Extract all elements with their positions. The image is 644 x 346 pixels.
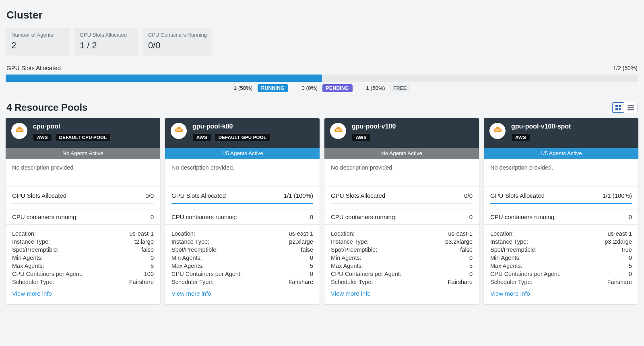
svg-text:AWS: AWS [336,129,341,131]
stat-value: 1 / 2 [80,40,133,51]
detail-key: Max Agents: [171,263,204,269]
gpu-alloc-label: GPU Slots Allocated [171,192,226,199]
detail-key: Spot/Preemptible: [331,247,377,253]
provider-badge: AWS [511,133,530,141]
detail-key: Min Agents: [12,255,43,261]
detail-key: Instance Type: [171,238,209,245]
pool-name: gpu-pool-v100 [352,123,396,130]
pool-card[interactable]: AWS gpu-pool-v100-spot AWS 1/5 Agents Ac… [484,118,638,304]
gpu-alloc-value: 0/0 [464,192,473,199]
pool-name: gpu-pool-k80 [192,123,270,130]
view-list-button[interactable] [624,102,637,113]
detail-key: Min Agents: [490,255,521,261]
cpu-running-label: CPU containers running: [331,213,396,220]
detail-value-scheduler: Fairshare [448,279,473,285]
detail-value-cpu-per-agent: 100 [144,271,154,277]
view-more-link[interactable]: View more info [331,290,371,297]
detail-value-min: 0 [469,255,473,261]
pool-description: No description provided. [490,164,632,186]
detail-key: Min Agents: [171,255,202,261]
pool-card[interactable]: AWS gpu-pool-v100 AWS No Agents Active N… [324,118,479,304]
cpu-running-value: 0 [629,213,632,220]
detail-value-instance: p3.2xlarge [445,238,473,245]
svg-text:AWS: AWS [17,129,22,131]
allocation-legend: 1 (50%) RUNNING 0 (0%) PENDING 1 (50%) F… [6,84,638,92]
provider-badge: AWS [352,133,371,141]
pool-description: No description provided. [331,164,473,186]
default-pool-badge: DEFAULT GPU POOL [215,133,270,141]
allocation-bar-fill [6,75,322,82]
detail-key: Instance Type: [12,238,50,245]
pool-details: Location:us-east-1 Instance Type:p2.xlar… [171,225,313,299]
aws-icon: AWS [11,123,27,139]
detail-key: Location: [12,230,36,237]
allocation-bar [6,75,638,82]
detail-key: Spot/Preemptible: [490,247,537,253]
pool-name: gpu-pool-v100-spot [511,123,571,130]
cpu-running-row: CPU containers running: 0 [12,209,154,224]
badges: AWSDEFAULT CPU POOL [33,133,111,141]
detail-key: Max Agents: [12,263,44,269]
gpu-alloc-block: GPU Slots Allocated 0/0 [331,186,473,209]
cpu-running-label: CPU containers running: [490,213,556,220]
legend-free-count: 1 (50%) [366,85,385,91]
badges: AWS [352,133,396,141]
detail-key: CPU Containers per Agent: [171,271,242,277]
detail-value-max: 5 [151,263,154,269]
pool-header: AWS gpu-pool-v100-spot AWS [484,118,638,148]
view-more-link[interactable]: View more info [12,290,52,297]
agents-strip: 1/5 Agents Active [484,148,638,159]
pools-heading: 4 Resource Pools [6,102,87,113]
running-pill: RUNNING [258,84,288,92]
detail-key: Location: [490,230,514,237]
pool-details: Location:us-east-1 Instance Type:p3.2xla… [490,225,632,299]
allocation-header: GPU Slots Allocated 1/2 (50%) [6,64,638,71]
legend-pending-count: 0 (0%) [301,85,318,91]
pool-name: cpu-pool [33,123,111,130]
agents-strip: No Agents Active [6,148,160,159]
pool-description: No description provided. [171,164,313,186]
stat-value: 0/0 [148,40,207,51]
pool-details: Location:us-east-1 Instance Type:p3.2xla… [331,225,473,299]
detail-key: Max Agents: [490,263,522,269]
view-grid-button[interactable] [612,102,624,113]
detail-value-scheduler: Fairshare [607,279,632,285]
cpu-running-value: 0 [310,213,313,220]
detail-key: CPU Containers per Agent: [331,271,401,277]
gpu-alloc-value: 0/0 [145,192,154,199]
view-more-link[interactable]: View more info [490,290,530,297]
detail-value-instance: p3.2xlarge [605,238,632,245]
detail-value-spot: false [301,247,313,253]
pool-header: AWS gpu-pool-v100 AWS [324,118,479,148]
detail-key: Scheduler Type: [12,279,54,285]
stat-label: GPU Slots Allocated [80,32,133,38]
stat-card-agents: Number of Agents 2 [6,28,70,56]
detail-key: Spot/Preemptible: [12,247,58,253]
aws-icon: AWS [489,123,506,139]
detail-value-cpu-per-agent: 0 [629,271,632,277]
badges: AWS [511,133,571,141]
detail-key: Spot/Preemptible: [171,247,218,253]
legend-running-count: 1 (50%) [234,85,253,91]
detail-value-scheduler: Fairshare [289,279,313,285]
stat-card-gpu-slots: GPU Slots Allocated 1 / 2 [74,28,138,56]
stat-cards: Number of Agents 2 GPU Slots Allocated 1… [6,28,638,56]
svg-text:AWS: AWS [176,129,181,131]
stat-label: CPU Containers Running [148,32,207,38]
view-more-link[interactable]: View more info [171,290,211,297]
pool-description: No description provided. [12,164,154,186]
gpu-alloc-label: GPU Slots Allocated [490,192,545,199]
cpu-running-value: 0 [151,213,154,220]
pool-card[interactable]: AWS gpu-pool-k80 AWSDEFAULT GPU POOL 1/5… [165,118,320,304]
gpu-alloc-label: GPU Slots Allocated [331,192,385,199]
stat-label: Number of Agents [11,32,64,38]
detail-key: Location: [331,230,355,237]
pool-details: Location:us-east-1 Instance Type:t2.larg… [12,225,154,299]
detail-key: Scheduler Type: [490,279,533,285]
gpu-alloc-value: 1/1 (100%) [603,192,632,199]
detail-key: CPU Containers per Agent: [12,271,83,277]
svg-text:AWS: AWS [495,129,500,131]
detail-value-location: us-east-1 [448,230,473,237]
pool-card[interactable]: AWS cpu-pool AWSDEFAULT CPU POOL No Agen… [6,118,160,304]
gpu-alloc-block: GPU Slots Allocated 1/1 (100%) [171,186,313,209]
